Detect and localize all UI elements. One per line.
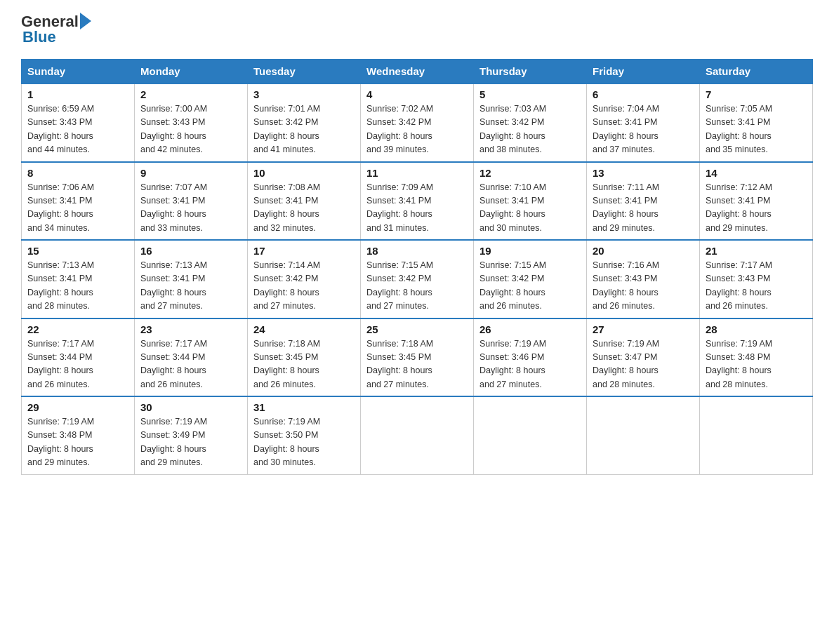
- weekday-header-wednesday: Wednesday: [361, 60, 474, 84]
- day-info: Sunrise: 7:06 AMSunset: 3:41 PMDaylight:…: [27, 182, 94, 233]
- day-info: Sunrise: 7:18 AMSunset: 3:45 PMDaylight:…: [366, 339, 433, 389]
- calendar-cell: 24 Sunrise: 7:18 AMSunset: 3:45 PMDaylig…: [248, 318, 361, 397]
- day-info: Sunrise: 7:09 AMSunset: 3:41 PMDaylight:…: [366, 182, 433, 233]
- day-info: Sunrise: 6:59 AMSunset: 3:43 PMDaylight:…: [27, 104, 94, 154]
- calendar-cell: 10 Sunrise: 7:08 AMSunset: 3:41 PMDaylig…: [248, 162, 361, 241]
- day-info: Sunrise: 7:00 AMSunset: 3:43 PMDaylight:…: [140, 104, 207, 154]
- calendar-cell: 5 Sunrise: 7:03 AMSunset: 3:42 PMDayligh…: [474, 83, 587, 162]
- day-info: Sunrise: 7:17 AMSunset: 3:44 PMDaylight:…: [140, 339, 207, 389]
- calendar-cell: 14 Sunrise: 7:12 AMSunset: 3:41 PMDaylig…: [700, 162, 813, 241]
- day-info: Sunrise: 7:04 AMSunset: 3:41 PMDaylight:…: [593, 104, 659, 154]
- calendar-cell: 31 Sunrise: 7:19 AMSunset: 3:50 PMDaylig…: [248, 396, 361, 474]
- day-number: 2: [140, 88, 241, 100]
- day-info: Sunrise: 7:05 AMSunset: 3:41 PMDaylight:…: [706, 104, 772, 154]
- day-number: 6: [593, 88, 694, 100]
- day-number: 1: [27, 88, 128, 100]
- day-number: 21: [706, 245, 807, 257]
- calendar-cell: 12 Sunrise: 7:10 AMSunset: 3:41 PMDaylig…: [474, 162, 587, 241]
- logo-blue: Blue: [22, 28, 56, 46]
- weekday-header-friday: Friday: [587, 60, 700, 84]
- day-info: Sunrise: 7:19 AMSunset: 3:47 PMDaylight:…: [593, 339, 659, 389]
- calendar-table: SundayMondayTuesdayWednesdayThursdayFrid…: [21, 59, 813, 475]
- day-number: 18: [366, 245, 468, 257]
- calendar-cell: 9 Sunrise: 7:07 AMSunset: 3:41 PMDayligh…: [135, 162, 248, 241]
- calendar-cell: 16 Sunrise: 7:13 AMSunset: 3:41 PMDaylig…: [135, 240, 248, 318]
- calendar-cell: 6 Sunrise: 7:04 AMSunset: 3:41 PMDayligh…: [587, 83, 700, 162]
- day-number: 24: [253, 323, 355, 335]
- day-info: Sunrise: 7:17 AMSunset: 3:44 PMDaylight:…: [27, 339, 94, 389]
- day-number: 13: [593, 167, 694, 179]
- calendar-cell: [474, 396, 587, 474]
- day-number: 28: [706, 323, 807, 335]
- day-info: Sunrise: 7:03 AMSunset: 3:42 PMDaylight:…: [479, 104, 546, 154]
- day-number: 30: [140, 401, 241, 413]
- calendar-cell: [587, 396, 700, 474]
- day-info: Sunrise: 7:02 AMSunset: 3:42 PMDaylight:…: [366, 104, 433, 154]
- day-info: Sunrise: 7:15 AMSunset: 3:42 PMDaylight:…: [366, 260, 433, 311]
- logo-arrow-icon: [80, 13, 91, 29]
- calendar-cell: 21 Sunrise: 7:17 AMSunset: 3:43 PMDaylig…: [700, 240, 813, 318]
- day-info: Sunrise: 7:16 AMSunset: 3:43 PMDaylight:…: [593, 260, 659, 311]
- logo: General Blue: [21, 14, 91, 46]
- calendar-cell: 20 Sunrise: 7:16 AMSunset: 3:43 PMDaylig…: [587, 240, 700, 318]
- day-number: 20: [593, 245, 694, 257]
- calendar-cell: [361, 396, 474, 474]
- calendar-week-row: 15 Sunrise: 7:13 AMSunset: 3:41 PMDaylig…: [22, 240, 813, 318]
- calendar-cell: 13 Sunrise: 7:11 AMSunset: 3:41 PMDaylig…: [587, 162, 700, 241]
- calendar-cell: [700, 396, 813, 474]
- calendar-week-row: 29 Sunrise: 7:19 AMSunset: 3:48 PMDaylig…: [22, 396, 813, 474]
- calendar-cell: 11 Sunrise: 7:09 AMSunset: 3:41 PMDaylig…: [361, 162, 474, 241]
- day-number: 15: [27, 245, 128, 257]
- day-number: 7: [706, 88, 807, 100]
- day-number: 25: [366, 323, 468, 335]
- calendar-cell: 15 Sunrise: 7:13 AMSunset: 3:41 PMDaylig…: [22, 240, 135, 318]
- day-number: 5: [479, 88, 581, 100]
- day-info: Sunrise: 7:11 AMSunset: 3:41 PMDaylight:…: [593, 182, 659, 233]
- day-number: 17: [253, 245, 355, 257]
- calendar-cell: 4 Sunrise: 7:02 AMSunset: 3:42 PMDayligh…: [361, 83, 474, 162]
- day-info: Sunrise: 7:14 AMSunset: 3:42 PMDaylight:…: [253, 260, 320, 311]
- day-info: Sunrise: 7:19 AMSunset: 3:48 PMDaylight:…: [706, 339, 772, 389]
- calendar-week-row: 22 Sunrise: 7:17 AMSunset: 3:44 PMDaylig…: [22, 318, 813, 397]
- day-info: Sunrise: 7:13 AMSunset: 3:41 PMDaylight:…: [27, 260, 94, 311]
- day-number: 27: [593, 323, 694, 335]
- day-number: 19: [479, 245, 581, 257]
- calendar-cell: 17 Sunrise: 7:14 AMSunset: 3:42 PMDaylig…: [248, 240, 361, 318]
- day-number: 16: [140, 245, 241, 257]
- day-info: Sunrise: 7:01 AMSunset: 3:42 PMDaylight:…: [253, 104, 320, 154]
- calendar-cell: 30 Sunrise: 7:19 AMSunset: 3:49 PMDaylig…: [135, 396, 248, 474]
- day-number: 11: [366, 167, 468, 179]
- day-number: 9: [140, 167, 241, 179]
- day-info: Sunrise: 7:08 AMSunset: 3:41 PMDaylight:…: [253, 182, 320, 233]
- weekday-header-row: SundayMondayTuesdayWednesdayThursdayFrid…: [22, 60, 813, 84]
- calendar-cell: 27 Sunrise: 7:19 AMSunset: 3:47 PMDaylig…: [587, 318, 700, 397]
- calendar-cell: 19 Sunrise: 7:15 AMSunset: 3:42 PMDaylig…: [474, 240, 587, 318]
- calendar-cell: 29 Sunrise: 7:19 AMSunset: 3:48 PMDaylig…: [22, 396, 135, 474]
- day-info: Sunrise: 7:18 AMSunset: 3:45 PMDaylight:…: [253, 339, 320, 389]
- calendar-cell: 22 Sunrise: 7:17 AMSunset: 3:44 PMDaylig…: [22, 318, 135, 397]
- day-number: 8: [27, 167, 128, 179]
- day-number: 23: [140, 323, 241, 335]
- day-number: 4: [366, 88, 468, 100]
- weekday-header-saturday: Saturday: [700, 60, 813, 84]
- day-info: Sunrise: 7:19 AMSunset: 3:50 PMDaylight:…: [253, 417, 320, 467]
- day-info: Sunrise: 7:19 AMSunset: 3:46 PMDaylight:…: [479, 339, 546, 389]
- calendar-cell: 28 Sunrise: 7:19 AMSunset: 3:48 PMDaylig…: [700, 318, 813, 397]
- day-number: 3: [253, 88, 355, 100]
- calendar-cell: 26 Sunrise: 7:19 AMSunset: 3:46 PMDaylig…: [474, 318, 587, 397]
- calendar-cell: 8 Sunrise: 7:06 AMSunset: 3:41 PMDayligh…: [22, 162, 135, 241]
- logo-general: General: [21, 14, 79, 29]
- day-info: Sunrise: 7:17 AMSunset: 3:43 PMDaylight:…: [706, 260, 772, 311]
- weekday-header-monday: Monday: [135, 60, 248, 84]
- calendar-cell: 7 Sunrise: 7:05 AMSunset: 3:41 PMDayligh…: [700, 83, 813, 162]
- day-info: Sunrise: 7:10 AMSunset: 3:41 PMDaylight:…: [479, 182, 546, 233]
- calendar-week-row: 8 Sunrise: 7:06 AMSunset: 3:41 PMDayligh…: [22, 162, 813, 241]
- calendar-cell: 18 Sunrise: 7:15 AMSunset: 3:42 PMDaylig…: [361, 240, 474, 318]
- calendar-cell: 2 Sunrise: 7:00 AMSunset: 3:43 PMDayligh…: [135, 83, 248, 162]
- day-info: Sunrise: 7:15 AMSunset: 3:42 PMDaylight:…: [479, 260, 546, 311]
- day-number: 31: [253, 401, 355, 413]
- weekday-header-tuesday: Tuesday: [248, 60, 361, 84]
- day-number: 14: [706, 167, 807, 179]
- day-info: Sunrise: 7:13 AMSunset: 3:41 PMDaylight:…: [140, 260, 207, 311]
- calendar-cell: 23 Sunrise: 7:17 AMSunset: 3:44 PMDaylig…: [135, 318, 248, 397]
